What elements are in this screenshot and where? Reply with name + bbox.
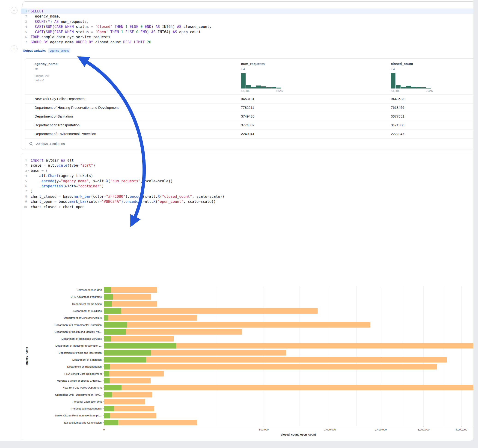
- bar-closed-count: [104, 413, 156, 418]
- code-line: 7GROUP BY agency_name ORDER BY closed_co…: [21, 40, 473, 45]
- output-variable-label: Output variable:: [23, 49, 46, 52]
- bar-open-count: [104, 420, 118, 425]
- y-axis-label: Refunds and Adjustments: [71, 407, 102, 410]
- line-number: 8: [21, 194, 27, 199]
- line-number: 6: [21, 35, 27, 40]
- add-cell-button[interactable]: +: [11, 45, 18, 52]
- altair-chart: Correspondence UnitDHS Advantage Program…: [25, 285, 473, 439]
- y-axis-title: agency_name: [25, 347, 28, 366]
- line-number: 7: [21, 189, 27, 194]
- y-axis-label: Mayorâ€ s Office of Special Enforce…: [57, 379, 102, 382]
- table-summary: 20 rows, 4 columns: [36, 142, 65, 146]
- code-text: chart_closed = base.mark_bar(color="#FFC…: [31, 194, 473, 199]
- table-cell: Department of Housing Preservation and D…: [35, 106, 119, 109]
- table-body: New York City Police Department945313194…: [25, 94, 473, 138]
- table-footer: 20 rows, 4 columns: [25, 138, 473, 149]
- bar-closed-count: [104, 371, 164, 377]
- bar-closed-count: [104, 378, 151, 384]
- table-cell: 7618456: [391, 106, 404, 109]
- previous-cell-edge: [22, 1, 473, 5]
- table-cell: 9443533: [391, 97, 404, 101]
- column-histogram: [241, 73, 281, 88]
- bar-open-count: [104, 287, 111, 293]
- y-axis-label: Correspondence Unit: [76, 288, 102, 291]
- code-line: 10chart_closed + chart_open: [21, 204, 473, 210]
- table-row: Department of Environmental Protection22…: [25, 130, 473, 138]
- table-row: Department of Transportation377489234719…: [25, 121, 473, 130]
- table-cell: 9453131: [241, 97, 254, 101]
- table-cell: 3471908: [391, 123, 404, 127]
- y-axis-label: Department of Parks and Recreation: [59, 351, 102, 354]
- gutter-spacer: [27, 184, 31, 189]
- gutter-spacer: [27, 19, 31, 24]
- y-axis-label: HRA Benefit Card Replacement: [64, 372, 102, 375]
- y-axis-label: DHS Advantage Programs: [70, 295, 102, 298]
- output-variable-chip[interactable]: agency_tickets: [48, 48, 70, 53]
- code-text: COUNT(*) AS num_requests,: [31, 19, 473, 24]
- column-histogram: [391, 73, 431, 88]
- search-icon[interactable]: [29, 142, 33, 146]
- notebook-canvas: + + 1∨SELECT 2 agency_name,3 COUNT(*) AS…: [0, 0, 473, 441]
- code-line: 2scale = alt.Scale(type="sqrt"): [21, 163, 473, 168]
- table-row: Department of Sanitation37494853677651: [25, 112, 473, 121]
- bar-open-count: [104, 350, 151, 356]
- line-number: 10: [21, 204, 27, 210]
- gutter-spacer: [27, 199, 31, 204]
- sql-editor[interactable]: 1∨SELECT 2 agency_name,3 COUNT(*) AS num…: [21, 6, 473, 45]
- gutter-spacer: [27, 158, 31, 163]
- table-row: New York City Police Department945313194…: [25, 94, 473, 103]
- table-cell: 3749485: [241, 114, 254, 118]
- y-axis-label: New York City Police Department: [63, 386, 102, 389]
- results-table: agency_name str unique: 20 nulls: 0 num_…: [25, 58, 473, 149]
- line-number: 5: [21, 179, 27, 184]
- code-text: GROUP BY agency_name ORDER BY closed_cou…: [31, 40, 473, 45]
- add-cell-button[interactable]: +: [11, 7, 18, 14]
- bar-open-count: [104, 406, 114, 411]
- code-text: import altair as alt: [31, 158, 473, 163]
- table-cell: 7782211: [241, 106, 254, 109]
- bar-open-count: [104, 322, 127, 328]
- code-text: alt.Chart(agency_tickets): [31, 173, 473, 178]
- bar-closed-count: [104, 287, 157, 293]
- bar-open-count: [104, 336, 111, 342]
- table-cell: 2240041: [241, 132, 254, 136]
- line-number: 3: [21, 168, 27, 173]
- y-axis-label: Department of Buildings: [73, 310, 102, 312]
- column-type: i64: [391, 67, 395, 71]
- histogram-range: 53,304 9.4e6: [391, 89, 433, 93]
- bar-open-count: [104, 301, 112, 307]
- collapse-chevron-icon[interactable]: ∨: [27, 8, 31, 14]
- column-header-closed-count: closed_count: [391, 62, 413, 66]
- code-text: ): [31, 189, 473, 194]
- y-axis-label: Department of Health and Mental Hyg…: [54, 330, 102, 333]
- y-axis-label: Department of Consumer Affairs: [64, 316, 102, 319]
- sql-cell-card: 1∨SELECT 2 agency_name,3 COUNT(*) AS num…: [21, 6, 473, 150]
- bar-open-count: [104, 413, 110, 418]
- bar-open-count: [104, 357, 146, 362]
- bar-open-count: [104, 385, 121, 390]
- y-axis-label: Department of Sanitation: [72, 358, 102, 361]
- column-meta-nulls: nulls: 0: [35, 79, 44, 82]
- code-line: 1import altair as alt: [21, 158, 473, 163]
- table-cell: 3774892: [241, 123, 254, 127]
- code-text: scale = alt.Scale(type="sqrt"): [31, 163, 473, 168]
- line-number: 7: [21, 40, 27, 45]
- y-axis-label: Taxi and Limousine Commission: [64, 421, 102, 424]
- y-axis-label: Department of Housing Preservation …: [55, 344, 102, 347]
- python-editor[interactable]: 1import altair as alt2scale = alt.Scale(…: [21, 153, 473, 210]
- y-axis-label: Department of Transportation: [67, 365, 102, 368]
- x-tick-label: 2,400,000: [375, 428, 387, 431]
- y-axis-label: Senior Citizen Rent Increase Exempti…: [55, 414, 102, 417]
- x-axis-title: closed_count, open_count: [281, 433, 316, 436]
- bar-closed-count: [104, 308, 318, 314]
- line-number: 4: [21, 173, 27, 178]
- gutter-spacer: [27, 35, 31, 40]
- bar-closed-count: [104, 385, 473, 390]
- collapse-chevron-icon[interactable]: ∨: [27, 168, 31, 173]
- bar-open-count: [104, 294, 113, 300]
- code-line: 6FROM sample_data.nyc.service_requests: [21, 35, 473, 40]
- code-line: 9chart_open = base.mark_bar(color="#8BC3…: [21, 199, 473, 204]
- code-line: 4 alt.Chart(agency_tickets): [21, 173, 473, 178]
- code-line: 3∨base = (: [21, 168, 473, 173]
- line-number: 5: [21, 30, 27, 35]
